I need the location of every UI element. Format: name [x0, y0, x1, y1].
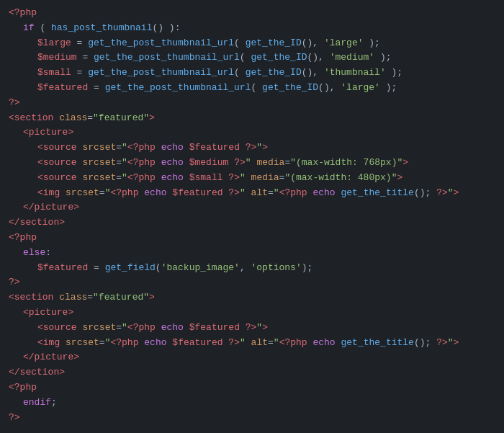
- html-picture2-close: </picture>: [23, 350, 79, 365]
- code-line: $featured = get_field ( 'backup_image' ,…: [0, 261, 504, 276]
- func-get-thumbnail-url3: get_the_post_thumbnail_url: [88, 66, 234, 81]
- code-line: ?>: [0, 96, 504, 111]
- code-line: <section class = "featured" >: [0, 111, 504, 126]
- func-get-id3: get_the_ID: [246, 66, 302, 81]
- php-open-tag2: <?php: [9, 231, 37, 246]
- attr-val-alt2-end: ": [448, 336, 454, 351]
- keyword-echo6: echo: [161, 321, 184, 336]
- var-large: $large: [37, 36, 71, 51]
- html-source3-close: >: [397, 171, 402, 186]
- code-line: if ( has_post_thumbnail () ):: [0, 21, 504, 36]
- keyword-if: if: [23, 21, 35, 36]
- php-inline1: <?php: [127, 140, 156, 156]
- code-line: </picture>: [0, 200, 504, 215]
- code-line: $medium = get_the_post_thumbnail_url ( g…: [0, 50, 504, 66]
- attr-val-alt1: ": [274, 186, 279, 201]
- keyword-echo8: echo: [312, 336, 335, 351]
- html-picture-close: </picture>: [23, 200, 79, 215]
- attr-srcset-img1: srcset: [66, 186, 99, 201]
- html-img1-close: >: [454, 186, 459, 201]
- php-inline8: <?php: [279, 336, 307, 351]
- php-close-inline6: ?>: [246, 321, 257, 336]
- var-featured2: $featured: [37, 261, 88, 276]
- attr-val-media2: "(max-width: 480px)": [284, 171, 397, 186]
- attr-val-end1: ": [256, 140, 262, 156]
- attr-media1: media: [256, 156, 284, 171]
- attr-val-srcset4-end: ": [256, 321, 262, 336]
- php-close-inline8: ?>: [436, 336, 448, 351]
- keyword-echo4: echo: [144, 186, 166, 201]
- keyword-echo2: echo: [161, 156, 184, 171]
- var-small: $small: [37, 66, 71, 81]
- php-close-tag2: ?>: [9, 275, 20, 290]
- attr-val-alt1-end: ": [448, 186, 454, 201]
- var-featured-inline2: $featured: [189, 321, 240, 336]
- html-section-close: >: [149, 111, 155, 126]
- keyword-echo7: echo: [144, 336, 166, 351]
- code-line: <source srcset = " <?php echo $medium ?>…: [0, 156, 504, 171]
- html-section-close1: </section>: [9, 215, 65, 231]
- html-picture2-open: <picture>: [23, 305, 73, 321]
- html-section-close2: </section>: [9, 365, 65, 380]
- code-editor: <?php if ( has_post_thumbnail () ): $lar…: [0, 0, 504, 431]
- string-medium: 'medium': [330, 50, 374, 66]
- attr-srcset1: srcset: [82, 140, 116, 156]
- php-inline4: <?php: [110, 186, 138, 201]
- attr-alt1: alt: [251, 186, 268, 201]
- php-inline6: <?php: [127, 321, 156, 336]
- code-line: $large = get_the_post_thumbnail_url ( ge…: [0, 36, 504, 51]
- keyword-else: else: [23, 246, 45, 261]
- func-get-id: get_the_ID: [246, 36, 302, 51]
- code-line: <section class = "featured" >: [0, 290, 504, 305]
- attr-class2: class: [59, 290, 87, 305]
- var-featured-inline1: $featured: [189, 140, 240, 156]
- code-line: <?php: [0, 6, 504, 21]
- php-close-inline2: ?>: [234, 156, 246, 171]
- html-section2-bracket: >: [149, 290, 155, 305]
- attr-val-end3: ": [240, 171, 246, 186]
- attr-val-srcset3: ": [122, 171, 127, 186]
- html-source1: <source: [37, 140, 77, 156]
- code-line: <img srcset = " <?php echo $featured ?> …: [0, 186, 504, 201]
- php-close-inline4: ?>: [228, 186, 240, 201]
- php-open-tag: <?php: [9, 6, 37, 21]
- code-line: <?php: [0, 231, 504, 246]
- code-line: <?php: [0, 380, 504, 396]
- attr-class: class: [59, 111, 87, 126]
- code-line: $featured = get_the_post_thumbnail_url (…: [0, 81, 504, 96]
- attr-srcset4: srcset: [82, 321, 116, 336]
- html-source1-close: >: [262, 140, 268, 156]
- php-close-inline3: ?>: [228, 171, 240, 186]
- code-line: $small = get_the_post_thumbnail_url ( ge…: [0, 66, 504, 81]
- html-img2-close: >: [454, 336, 459, 351]
- func-get-id2: get_the_ID: [251, 50, 307, 66]
- func-get-field: get_field: [105, 261, 156, 276]
- string-large: 'large': [324, 36, 364, 51]
- php-close-inline1: ?>: [246, 140, 257, 156]
- var-small-inline: $small: [189, 171, 223, 186]
- attr-val-alt2: ": [274, 336, 279, 351]
- php-inline3: <?php: [127, 171, 156, 186]
- html-section-open: <section: [9, 111, 53, 126]
- code-line: <source srcset = " <?php echo $featured …: [0, 140, 504, 156]
- attr-val-featured: "featured": [93, 111, 149, 126]
- keyword-echo5: echo: [312, 186, 335, 201]
- attr-val-srcset2: ": [122, 156, 127, 171]
- var-featured-img2: $featured: [172, 336, 222, 351]
- attr-srcset3: srcset: [82, 171, 116, 186]
- func-get-thumbnail-url2: get_the_post_thumbnail_url: [94, 50, 240, 66]
- code-line: <source srcset = " <?php echo $featured …: [0, 321, 504, 336]
- code-line: </section>: [0, 215, 504, 231]
- html-img2: <img: [37, 336, 60, 351]
- php-close-tag: ?>: [9, 96, 20, 111]
- code-line: <picture>: [0, 305, 504, 321]
- var-medium: $medium: [37, 50, 77, 66]
- code-line: <img srcset = " <?php echo $featured ?> …: [0, 336, 504, 351]
- attr-srcset2: srcset: [82, 156, 116, 171]
- html-source2-close: >: [402, 156, 408, 171]
- string-thumbnail: 'thumbnail': [324, 66, 386, 81]
- code-line: ?>: [0, 411, 504, 426]
- php-inline7: <?php: [110, 336, 138, 351]
- func-get-id4: get_the_ID: [262, 81, 318, 96]
- attr-val-img1: ": [105, 186, 111, 201]
